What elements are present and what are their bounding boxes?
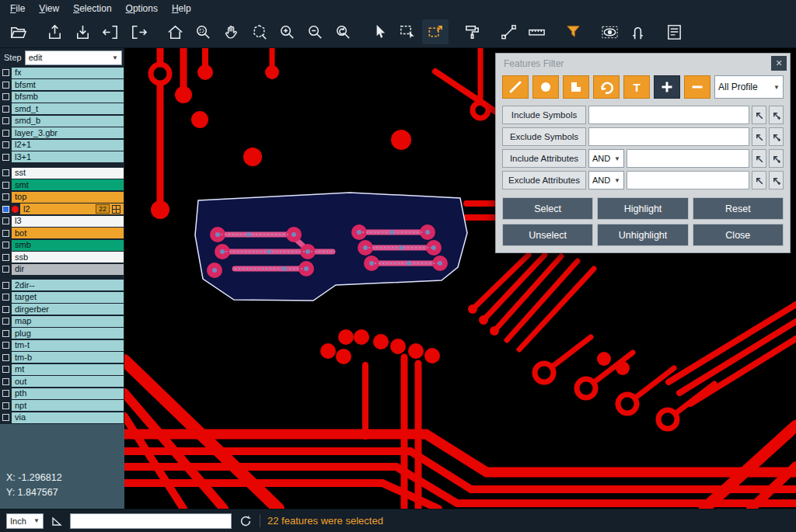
exclude-symbols-button[interactable]: Exclude Symbols — [502, 127, 586, 146]
layer-name[interactable]: via — [12, 412, 124, 423]
transform-button[interactable] — [422, 19, 449, 44]
layer-name[interactable]: smd_b — [12, 116, 124, 127]
layer-row-smb[interactable]: smb — [0, 239, 124, 252]
layer-select-checkbox[interactable] — [2, 378, 9, 385]
layer-name[interactable]: plug — [12, 328, 124, 339]
layer-select-checkbox[interactable] — [2, 294, 9, 301]
include-attributes-input[interactable] — [627, 149, 749, 168]
text-feature-button[interactable]: T — [623, 75, 650, 99]
layer-name[interactable]: fx — [12, 68, 124, 78]
zoom-in-button[interactable] — [274, 19, 300, 44]
layer-row-l3[interactable]: l3 — [0, 215, 124, 228]
step-left-button[interactable] — [97, 19, 124, 44]
rect-select-button[interactable] — [394, 19, 421, 44]
layer-select-checkbox[interactable] — [2, 106, 9, 113]
layer-name[interactable]: npt — [12, 400, 124, 411]
layer-select-checkbox[interactable] — [2, 141, 9, 148]
menu-item-view[interactable]: View — [32, 2, 66, 16]
layer-row-sst[interactable]: sst — [0, 167, 124, 179]
layer-name[interactable]: 2dir-- — [12, 280, 124, 290]
pick-arrow-button[interactable] — [752, 127, 766, 146]
refresh-loop-icon[interactable] — [239, 514, 253, 528]
step-right-button[interactable] — [125, 19, 152, 44]
layer-select-checkbox[interactable] — [2, 242, 9, 249]
layer-name[interactable]: ssb — [12, 252, 124, 263]
layer-name[interactable]: l222 — [20, 203, 124, 214]
layer-select-checkbox[interactable] — [2, 169, 9, 176]
and-or-select[interactable]: AND▼ — [588, 149, 624, 168]
layer-select-checkbox[interactable] — [2, 117, 9, 124]
open-button[interactable] — [5, 19, 31, 44]
reset-button[interactable]: Reset — [693, 197, 784, 220]
layer-select-checkbox[interactable] — [2, 130, 9, 137]
surface-feature-button[interactable] — [563, 75, 589, 99]
layer-row-layer-3-gbr[interactable]: layer_3.gbr — [0, 127, 124, 140]
layer-select-checkbox[interactable] — [2, 193, 9, 200]
arc-feature-button[interactable] — [593, 75, 620, 99]
layer-row-l2[interactable]: l222 — [0, 203, 124, 216]
menu-item-options[interactable]: Options — [119, 2, 165, 16]
layer-name[interactable]: tm-t — [12, 340, 124, 351]
layer-row-via[interactable]: via — [0, 412, 124, 424]
layer-row-2dir[interactable]: 2dir-- — [0, 280, 124, 292]
layer-row-smd-t[interactable]: smd_t — [0, 103, 124, 116]
include-symbols-button[interactable]: Include Symbols — [502, 106, 586, 124]
pick-arrow-button[interactable] — [752, 171, 766, 190]
menu-item-file[interactable]: File — [3, 2, 32, 16]
close-button[interactable]: Close — [693, 224, 784, 246]
step-select[interactable]: edit ▼ — [25, 50, 122, 65]
layer-name[interactable]: dir — [12, 264, 124, 275]
highlight-button[interactable]: Highlight — [597, 197, 688, 220]
layer-name[interactable]: bfsmb — [12, 92, 124, 103]
positive-mode-button[interactable] — [654, 75, 680, 99]
canvas-area[interactable]: Features Filter ✕ T All Profile ▼ — [124, 48, 796, 509]
layer-name[interactable]: top — [12, 192, 124, 203]
layer-row-pth[interactable]: pth — [0, 388, 124, 400]
layer-name[interactable]: smb — [12, 240, 124, 251]
layer-row-l2-1[interactable]: l2+1 — [0, 139, 124, 151]
layer-select-checkbox[interactable] — [2, 414, 9, 421]
layer-name[interactable]: mt — [12, 364, 124, 375]
include-attributes-button[interactable]: Include Attributes — [502, 149, 586, 168]
layer-name[interactable]: target — [12, 292, 124, 303]
layer-name[interactable]: l3+1 — [12, 151, 124, 162]
layer-row-plug[interactable]: plug — [0, 328, 124, 340]
layer-select-checkbox[interactable] — [2, 330, 9, 337]
snap-button[interactable] — [624, 19, 651, 44]
layer-select-checkbox[interactable] — [2, 366, 9, 373]
pointer-button[interactable] — [366, 19, 393, 44]
layer-name[interactable]: l3 — [12, 216, 124, 227]
profile-select[interactable]: All Profile ▼ — [714, 75, 784, 99]
layer-select-checkbox[interactable] — [2, 282, 9, 289]
layer-row-smt[interactable]: smt — [0, 179, 124, 192]
clean-tool-button[interactable] — [459, 19, 485, 44]
layer-name[interactable]: tm-b — [12, 352, 124, 363]
export-button[interactable] — [41, 19, 68, 44]
layer-row-l3-1[interactable]: l3+1 — [0, 151, 124, 164]
exclude-symbols-input[interactable] — [588, 127, 749, 146]
layer-name[interactable]: pth — [12, 388, 124, 399]
layer-select-checkbox[interactable] — [2, 182, 9, 189]
dialog-close-button[interactable]: ✕ — [771, 56, 787, 71]
ruler-button[interactable] — [523, 19, 550, 44]
layer-select-checkbox[interactable] — [2, 230, 9, 237]
unhighlight-button[interactable]: Unhighlight — [597, 224, 688, 246]
pan-button[interactable] — [218, 19, 244, 44]
layer-select-checkbox[interactable] — [2, 69, 9, 76]
include-symbols-input[interactable] — [588, 106, 749, 124]
home-view-button[interactable] — [162, 19, 188, 44]
layer-row-target[interactable]: target — [0, 291, 124, 304]
layer-name[interactable]: smt — [12, 179, 124, 190]
and-or-select[interactable]: AND▼ — [588, 171, 624, 190]
layer-select-checkbox[interactable] — [2, 93, 9, 100]
layer-select-checkbox[interactable] — [2, 266, 9, 273]
layer-select-checkbox[interactable] — [2, 206, 9, 213]
lasso-select-button[interactable] — [246, 19, 272, 44]
layer-select-checkbox[interactable] — [2, 342, 9, 349]
zoom-previous-button[interactable] — [330, 19, 356, 44]
menu-item-selection[interactable]: Selection — [66, 2, 118, 16]
layer-select-checkbox[interactable] — [2, 390, 9, 397]
layer-row-ssb[interactable]: ssb — [0, 252, 124, 264]
menu-item-help[interactable]: Help — [165, 2, 198, 16]
pick-arrow-button[interactable] — [752, 149, 766, 168]
